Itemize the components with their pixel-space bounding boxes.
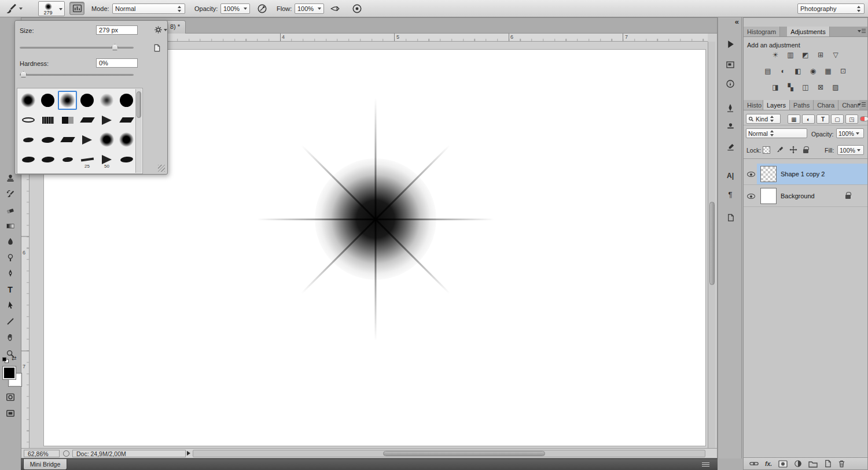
- blur-tool[interactable]: [2, 234, 19, 249]
- brush-preset-soft-round-selected[interactable]: [58, 91, 77, 110]
- levels-icon[interactable]: ▥: [785, 51, 796, 60]
- character-panel-icon[interactable]: A|: [723, 169, 737, 183]
- gradient-map-icon[interactable]: ▨: [830, 83, 841, 92]
- swap-colors-icon[interactable]: ⇄: [12, 355, 16, 361]
- new-group-icon[interactable]: [808, 460, 818, 468]
- filter-shape-layers-icon[interactable]: ▢: [831, 114, 844, 124]
- actions-panel-icon[interactable]: [723, 37, 737, 51]
- lock-transparency-icon[interactable]: [763, 146, 770, 154]
- tab-layers[interactable]: Layers: [763, 100, 790, 110]
- tab-character[interactable]: Chara: [814, 100, 838, 110]
- mini-bridge-menu-icon[interactable]: [702, 462, 709, 467]
- tool-preset-arrow-icon[interactable]: [19, 8, 23, 10]
- navigator-panel-icon[interactable]: [723, 58, 737, 72]
- brush-preset-flat[interactable]: [19, 150, 38, 169]
- layer-style-icon[interactable]: fx.: [765, 460, 772, 467]
- brush-preset-soft-round[interactable]: [19, 91, 38, 110]
- size-slider[interactable]: [20, 47, 134, 49]
- vertical-scrollbar-thumb[interactable]: [709, 202, 715, 285]
- brush-preset-thin[interactable]: 25: [78, 150, 97, 169]
- layers-panel-menu-icon[interactable]: [858, 102, 866, 108]
- brush-preset-soft-round[interactable]: [97, 130, 116, 149]
- layer-visibility-eye-icon[interactable]: [747, 172, 755, 177]
- blend-mode-select[interactable]: Normal: [746, 128, 807, 138]
- brush-preset-soft-round[interactable]: [117, 130, 136, 149]
- brush-preset-angled-flat[interactable]: [78, 110, 97, 129]
- layer-visibility-eye-icon[interactable]: [747, 194, 755, 199]
- layer-filter-kind-select[interactable]: Kind: [746, 114, 781, 124]
- curves-icon[interactable]: ◩: [800, 51, 811, 60]
- brush-preset-soft-round-faint[interactable]: [97, 91, 116, 110]
- layer-row-shape[interactable]: Shape 1 copy 2: [744, 164, 867, 185]
- opacity-select[interactable]: 100%: [220, 3, 250, 14]
- brightness-contrast-icon[interactable]: ☀: [770, 51, 781, 60]
- brush-grid-scrollbar[interactable]: [135, 89, 142, 173]
- pressure-opacity-icon[interactable]: [255, 2, 270, 15]
- fill-select[interactable]: 100%: [837, 145, 864, 155]
- dodge-tool[interactable]: [2, 250, 19, 265]
- tab-histogram[interactable]: Histogram: [744, 27, 780, 36]
- eraser-tool[interactable]: [2, 203, 19, 218]
- tab-adjustments[interactable]: Adjustments: [787, 27, 830, 36]
- airbrush-icon[interactable]: [328, 2, 343, 15]
- hardness-slider[interactable]: [20, 74, 134, 76]
- vertical-scrollbar[interactable]: [708, 42, 715, 448]
- foreground-color-swatch[interactable]: [3, 367, 16, 379]
- styles-panel-icon[interactable]: [723, 210, 737, 224]
- hue-saturation-icon[interactable]: ▤: [763, 67, 773, 76]
- layer-name[interactable]: Background: [781, 193, 815, 199]
- brush-panel-icon[interactable]: [723, 101, 737, 115]
- quick-mask-button[interactable]: [2, 390, 19, 405]
- layer-row-background[interactable]: Background: [744, 186, 867, 207]
- brush-preset-angled-flat[interactable]: [117, 110, 136, 129]
- filter-smart-objects-icon[interactable]: ◳: [845, 114, 858, 124]
- layer-thumbnail[interactable]: [760, 188, 777, 204]
- brush-preset-fan[interactable]: 50: [97, 150, 116, 169]
- exposure-icon[interactable]: ⊞: [815, 51, 826, 60]
- panel-resize-grip[interactable]: [158, 165, 165, 172]
- lock-position-icon[interactable]: [789, 146, 797, 154]
- layers-opacity-select[interactable]: 100%: [836, 128, 864, 138]
- new-adjustment-layer-icon[interactable]: [794, 460, 802, 468]
- size-input[interactable]: [96, 25, 138, 35]
- adjustments-panel-menu-icon[interactable]: [858, 29, 866, 34]
- brush-preset-angled-flat[interactable]: [58, 130, 77, 149]
- status-icon[interactable]: [63, 450, 69, 457]
- brush-preset-chalk[interactable]: [38, 110, 57, 129]
- default-colors-icon[interactable]: [2, 357, 9, 363]
- horizontal-scrollbar[interactable]: [193, 450, 705, 457]
- brush-preset-hard-round[interactable]: [38, 91, 57, 110]
- filter-adjustment-layers-icon[interactable]: ◐: [802, 114, 815, 124]
- path-selection-tool[interactable]: [2, 298, 19, 313]
- tool-presets-panel-icon[interactable]: [723, 140, 737, 154]
- tab-channels[interactable]: Chanr: [838, 100, 859, 110]
- threshold-icon[interactable]: ◫: [800, 83, 811, 92]
- pressure-size-icon[interactable]: [350, 2, 365, 15]
- layer-name[interactable]: Shape 1 copy 2: [781, 171, 825, 177]
- shape-tool[interactable]: [2, 314, 19, 329]
- filter-type-layers-icon[interactable]: T: [816, 114, 829, 124]
- add-layer-mask-icon[interactable]: [778, 460, 788, 468]
- gear-icon[interactable]: [154, 25, 163, 34]
- brush-preset-flat[interactable]: [38, 150, 57, 169]
- toggle-brush-panel-button[interactable]: [69, 2, 84, 15]
- vibrance-icon[interactable]: ▽: [830, 51, 841, 60]
- link-layers-icon[interactable]: [749, 460, 759, 467]
- channel-mixer-icon[interactable]: ▦: [823, 67, 833, 76]
- hardness-input[interactable]: [96, 58, 138, 68]
- brush-preset-hard-round[interactable]: [117, 91, 136, 110]
- filter-toggle-switch[interactable]: [860, 116, 868, 121]
- tab-paths[interactable]: Paths: [790, 100, 814, 110]
- brush-preset-fan[interactable]: [78, 130, 97, 149]
- new-layer-icon[interactable]: [824, 460, 832, 468]
- photo-filter-icon[interactable]: ◉: [808, 67, 818, 76]
- mini-bridge-tab[interactable]: Mini Bridge: [23, 459, 67, 470]
- doc-info-field[interactable]: Doc: 24,9M/2,00M: [72, 450, 186, 457]
- black-white-icon[interactable]: ◧: [793, 67, 803, 76]
- expand-panels-icon[interactable]: «: [735, 17, 739, 26]
- brush-preset-flat-small[interactable]: [58, 150, 77, 169]
- hardness-slider-thumb[interactable]: [20, 71, 27, 77]
- type-tool[interactable]: T: [2, 282, 19, 297]
- screen-mode-button[interactable]: [2, 406, 19, 421]
- tab-history[interactable]: Histo: [744, 100, 763, 110]
